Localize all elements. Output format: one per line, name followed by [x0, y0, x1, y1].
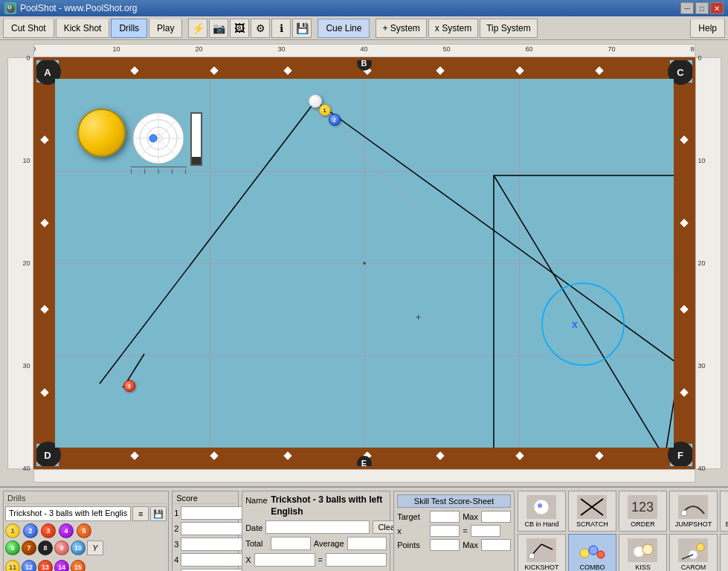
date-label: Date [245, 522, 262, 532]
playing-surface[interactable]: + x [55, 79, 674, 448]
ruler-left: 0 10 20 30 40 [7, 57, 33, 469]
drill-list-icon[interactable]: ≡ [132, 506, 149, 521]
maximize-button[interactable]: □ [695, 2, 709, 14]
kickshot-label: KICKSHOT [524, 564, 558, 571]
carom-label: CAROM [681, 564, 706, 571]
bankshot-btn[interactable]: BANKSHOT [720, 491, 728, 532]
name-label: Name [245, 494, 268, 505]
ball-1-badge: 1 [319, 104, 331, 116]
drills-button[interactable]: Drills [111, 19, 147, 38]
combo-icon [577, 538, 607, 562]
svg-point-22 [538, 503, 542, 508]
equals-label: = [318, 555, 323, 564]
ball-btn-4[interactable]: 4 [59, 523, 74, 538]
close-button[interactable]: ✕ [710, 2, 724, 14]
play-button[interactable]: Play [149, 19, 182, 38]
tip-system-button[interactable]: Tip System [480, 19, 538, 38]
y-button[interactable]: Y [87, 541, 103, 555]
ball-btn-11[interactable]: 11 [5, 560, 20, 571]
ball-btn-6[interactable]: 6 [5, 541, 20, 555]
svg-point-38 [580, 549, 589, 558]
ball-btn-12[interactable]: 12 [22, 560, 36, 571]
rail-left [36, 83, 55, 444]
drill-save-icon[interactable]: 💾 [150, 506, 167, 521]
target-diagram [131, 111, 187, 167]
max-input-1[interactable] [481, 511, 511, 523]
ball-btn-15[interactable]: 15 [71, 560, 86, 571]
skill-x-input[interactable] [430, 525, 460, 537]
cb-in-hand-label: CB in Hand [524, 520, 558, 528]
score-title: Score [174, 493, 236, 504]
kiss-label: KISS [635, 564, 651, 571]
app-icon: 🎱 [4, 2, 16, 14]
ball-btn-2[interactable]: 2 [23, 523, 38, 538]
total-input[interactable] [271, 537, 311, 550]
score-row-2-num: 2 [174, 524, 178, 533]
skill-result-input[interactable] [471, 525, 500, 537]
name-date-panel: Name Trickshot - 3 balls with left Engli… [242, 491, 390, 571]
svg-rect-4 [494, 175, 674, 448]
power-icon[interactable]: ⚡ [188, 19, 207, 38]
image-icon[interactable]: 🖼 [230, 19, 249, 38]
order-btn[interactable]: 123 ORDER [619, 491, 667, 532]
ball-btn-5[interactable]: 5 [77, 523, 91, 538]
score-panel: Score 1 2 3 4 5 [172, 491, 239, 571]
scratch-label: SCRATCH [576, 520, 608, 528]
minimize-button[interactable]: ─ [680, 2, 694, 14]
ball-3[interactable]: 3 [123, 380, 135, 392]
svg-point-40 [597, 551, 605, 558]
skill-equals: = [463, 526, 467, 535]
disk-icon[interactable]: 💾 [292, 19, 312, 38]
shot-type-row-1: CB in Hand SCRATCH 123 [518, 491, 728, 532]
jumpshot-icon [678, 495, 708, 519]
info-icon[interactable]: ℹ [271, 19, 291, 38]
ball-btn-13[interactable]: 13 [38, 560, 53, 571]
carom-btn[interactable]: CAROM [669, 534, 718, 571]
date-input[interactable] [265, 520, 370, 534]
ball-btn-8[interactable]: 8 [38, 541, 53, 555]
kickshot-btn[interactable]: KICKSHOT [518, 534, 566, 571]
average-label: Average [314, 539, 344, 548]
ball-btn-3[interactable]: 3 [41, 523, 56, 538]
x-input[interactable] [254, 553, 315, 567]
kick-shot-button[interactable]: Kick Shot [56, 19, 110, 38]
max-input-2[interactable] [481, 539, 511, 551]
ball-btn-7[interactable]: 7 [22, 541, 36, 555]
hitrail-btn[interactable]: HITRAIL [720, 534, 728, 571]
ball-btn-14[interactable]: 14 [54, 560, 69, 571]
target-input[interactable] [430, 511, 460, 523]
ball-btn-1[interactable]: 1 [5, 523, 20, 538]
ball-btn-9[interactable]: 9 [54, 541, 69, 555]
drill-full-name: Trickshot - 3 balls with left English [271, 494, 387, 517]
svg-text:x: x [572, 318, 578, 330]
cue-line-button[interactable]: Cue Line [318, 19, 370, 38]
cb-in-hand-btn[interactable]: CB in Hand [518, 491, 566, 532]
shot-types-panel: CB in Hand SCRATCH 123 [518, 491, 728, 571]
result-input[interactable] [326, 553, 387, 567]
kiss-btn[interactable]: KISS [619, 534, 667, 571]
score-row-4-num: 4 [174, 555, 178, 564]
rail-right [674, 83, 692, 444]
svg-point-5 [542, 283, 624, 365]
ball-btn-10[interactable]: 10 [71, 541, 86, 555]
jumpshot-btn[interactable]: JUMPSHOT [669, 491, 718, 532]
help-button[interactable]: Help [690, 19, 725, 38]
skill-test-panel: Skill Test Score-Sheet Target Max x = Po… [393, 491, 515, 571]
cut-shot-button[interactable]: Cut Shot [3, 19, 54, 38]
settings-icon[interactable]: ⚙ [251, 19, 270, 38]
title-bar: 🎱 PoolShot - www.PoolShot.org ─ □ ✕ [0, 0, 728, 16]
target-label: Target [397, 512, 427, 521]
x-skill-label: x [397, 526, 427, 535]
scratch-btn[interactable]: SCRATCH [568, 491, 616, 532]
svg-point-17 [149, 135, 157, 142]
average-input[interactable] [347, 537, 387, 550]
drills-title: Drills [5, 493, 167, 504]
svg-point-46 [697, 543, 704, 551]
svg-point-36 [529, 553, 535, 559]
plus-system-button[interactable]: + System [376, 19, 426, 38]
combo-btn[interactable]: COMBO [568, 534, 616, 571]
points-input[interactable] [430, 539, 460, 551]
camera-icon[interactable]: 📷 [209, 19, 228, 38]
x-system-button[interactable]: x System [428, 19, 478, 38]
pool-table[interactable]: A C D F B E [33, 57, 695, 469]
